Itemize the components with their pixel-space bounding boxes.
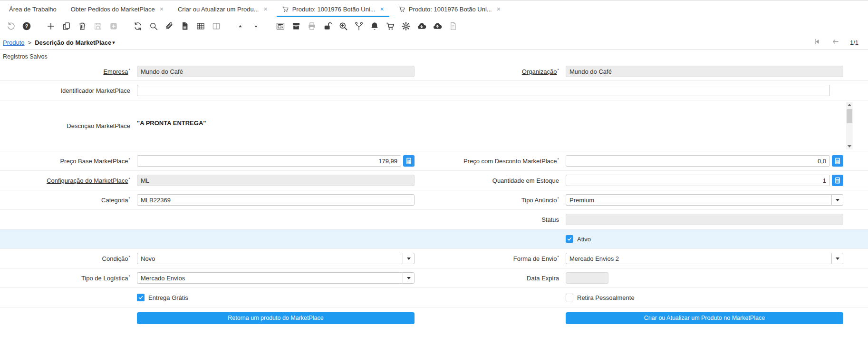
forma-envio-combo[interactable] [566,253,843,264]
form-row-ativo: Ativo [0,229,868,249]
tab-label: Obter Pedidos do MarketPlace [71,6,155,13]
delete-record-icon[interactable] [74,19,90,34]
chevron-down-icon[interactable] [403,272,415,284]
archive-icon[interactable] [288,19,304,34]
calculator-icon[interactable] [832,155,843,167]
preco-desconto-label: Preço com Desconto MarketPlace* [418,157,566,165]
report-window-icon[interactable] [272,19,288,34]
form-row-status: Status [0,210,868,229]
attachment-icon[interactable] [161,19,177,34]
tab-criar-atualizar[interactable]: Criar ou Atualizar um Produ... × [171,1,275,17]
criar-atualizar-produto-button[interactable]: Criar ou Atualizar um Produto no MarketP… [566,312,843,324]
tab-area-de-trabalho[interactable]: Área de Trabalho [2,1,64,17]
chevron-down-icon[interactable] [831,194,843,206]
form-row-precos: Preço Base MarketPlace* Preço com Descon… [0,151,868,171]
new-record-icon[interactable] [43,19,58,34]
scroll-down-icon[interactable] [846,143,853,149]
tipo-anuncio-field[interactable] [566,194,831,206]
tab-label: Criar ou Atualizar um Produ... [178,6,259,13]
quantidade-field[interactable] [566,175,830,186]
file-document-icon [445,19,461,34]
form-row-checkboxes: Entrega Grátis Retira Pessoalmente [0,288,868,307]
calculator-icon[interactable] [403,155,415,167]
descricao-field[interactable]: "A PRONTA ENTREGA" [137,100,847,151]
close-icon[interactable]: × [264,5,268,13]
data-expira-label: Data Expira [418,275,566,282]
tab-produto-1[interactable]: Produto: 1001976 Botão Uni... × [275,1,391,17]
forma-envio-field[interactable] [566,253,831,264]
save-and-create-icon [106,19,121,34]
help-icon[interactable]: ? [19,19,34,34]
close-icon[interactable]: × [160,5,164,13]
breadcrumb-row: Produto > Descrição do MarketPlace ▾ 1/1 [0,35,868,50]
identificador-field[interactable] [137,85,830,96]
first-record-icon[interactable] [813,38,821,47]
previous-record-icon[interactable] [831,38,839,47]
tab-label: Produto: 1001976 Botão Uni... [409,6,492,13]
tab-obter-pedidos[interactable]: Obter Pedidos do MarketPlace × [64,1,171,17]
parent-record-up-icon[interactable] [232,19,248,34]
undo-icon [3,19,19,34]
export-cloud-icon[interactable] [414,19,429,34]
close-icon[interactable]: × [497,5,501,13]
zoom-across-icon[interactable] [335,19,351,34]
ativo-label: Ativo [577,236,591,243]
close-icon[interactable]: × [380,5,384,13]
preco-base-label: Preço Base MarketPlace* [0,157,137,165]
form-row-condicao-envio: Condição* Forma de Envio* [0,249,868,268]
form-panel: Empresa* Organização* Identificador Mark… [0,62,868,328]
workflow-icon[interactable] [351,19,366,34]
descricao-scrollbar[interactable] [846,102,853,149]
form-row-buttons: Retorna um produto do MarketPlace Criar … [0,307,868,328]
condicao-combo[interactable] [137,253,415,264]
shopping-cart-icon[interactable] [382,19,398,34]
record-pager: 1/1 [813,38,863,47]
breadcrumb-current[interactable]: Descrição do MarketPlace [35,39,111,46]
tipo-logistica-combo[interactable] [137,272,415,284]
form-row-empresa-organizacao: Empresa* Organização* [0,62,868,81]
chevron-down-icon[interactable] [831,253,843,264]
notifications-icon[interactable] [366,19,382,34]
form-row-config-quantidade: Configuração do MarketPlace* Quantidade … [0,171,868,190]
breadcrumb-parent-link[interactable]: Produto [3,39,25,46]
tipo-anuncio-label: Tipo Anúncio* [418,196,566,204]
scrollbar-thumb[interactable] [847,109,852,123]
requery-icon[interactable] [130,19,145,34]
detail-record-down-icon[interactable] [248,19,264,34]
condicao-field[interactable] [137,253,403,264]
grid-toggle-icon[interactable] [193,19,208,34]
calculator-icon[interactable] [832,175,843,186]
tab-bar: Área de Trabalho Obter Pedidos do Market… [0,0,868,17]
report-icon[interactable] [177,19,193,34]
form-row-logistica-data: Tipo de Logística* Data Expira [0,268,868,288]
copy-record-icon[interactable] [58,19,74,34]
entrega-gratis-checkbox[interactable] [137,294,145,301]
tipo-logistica-label: Tipo de Logística* [0,274,137,282]
save-icon [90,19,106,34]
process-icon[interactable] [398,19,414,34]
import-cloud-icon[interactable] [429,19,445,34]
identificador-label: Identificador MarketPlace [0,87,137,94]
chevron-down-icon[interactable] [403,253,415,264]
categoria-field[interactable] [137,194,415,206]
forma-envio-label: Forma de Envio* [418,255,566,262]
scroll-up-icon[interactable] [846,102,853,108]
tipo-logistica-field[interactable] [137,272,403,284]
find-icon[interactable] [145,19,161,34]
tipo-anuncio-combo[interactable] [566,194,843,206]
preco-desconto-field[interactable] [566,155,830,167]
status-field [566,214,843,225]
retira-pessoalmente-checkbox[interactable] [566,294,573,301]
organizacao-label: Organização* [418,68,566,75]
retorna-produto-button[interactable]: Retorna um produto do MarketPlace [137,312,415,324]
scrollbar-track[interactable] [846,108,853,143]
tab-label: Área de Trabalho [9,6,57,13]
retira-pessoalmente-label: Retira Pessoalmente [577,294,635,301]
shopping-cart-icon [282,6,289,13]
ativo-checkbox[interactable] [566,235,573,243]
chevron-down-icon[interactable]: ▾ [112,40,115,46]
lock-icon[interactable] [319,19,335,34]
condicao-label: Condição* [0,255,137,262]
tab-produto-2[interactable]: Produto: 1001976 Botão Uni... × [391,1,508,17]
preco-base-field[interactable] [137,155,401,167]
